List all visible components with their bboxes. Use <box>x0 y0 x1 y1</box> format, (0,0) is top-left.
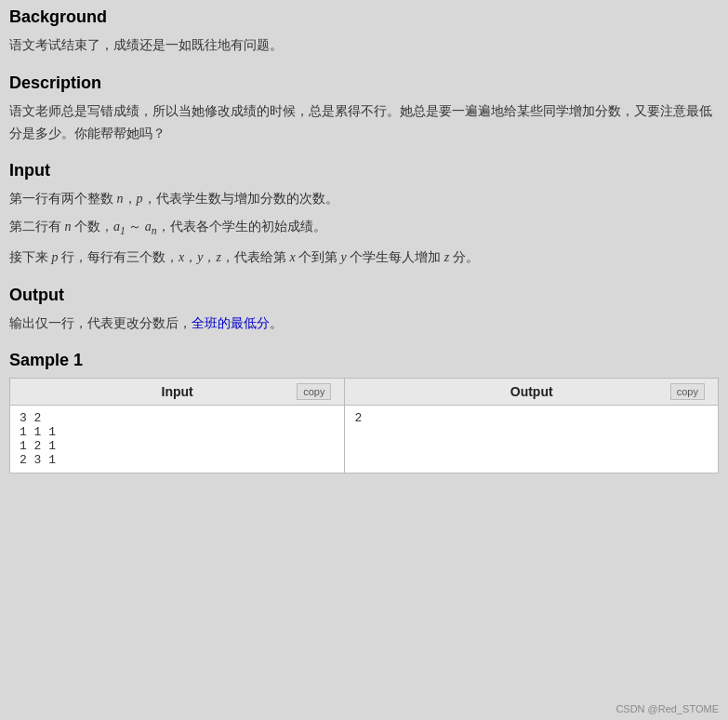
input-copy-button[interactable]: copy <box>297 383 331 400</box>
sample-input-header-label: Input <box>162 384 193 399</box>
sample-table-data-row: 3 2 1 1 1 1 2 1 2 3 1 2 <box>10 406 719 473</box>
output-post: 。 <box>270 316 283 330</box>
input-line3-c1: ， <box>184 250 197 264</box>
input-var-p2: p <box>52 250 59 264</box>
page-container: Background 语文考试结束了，成绩还是一如既往地有问题。 Descrip… <box>0 0 728 492</box>
input-line3-mid2: 个到第 <box>296 250 341 264</box>
sample-input-pre: 3 2 1 1 1 1 2 1 2 3 1 <box>20 411 335 467</box>
input-var-n1: n <box>117 192 124 206</box>
background-body: 语文考试结束了，成绩还是一如既往地有问题。 <box>9 34 719 57</box>
input-line2-post: ，代表各个学生的初始成绩。 <box>157 220 326 233</box>
input-line3-post: ，代表给第 <box>221 250 290 264</box>
input-body: 第一行有两个整数 n，p，代表学生数与增加分数的次数。 第二行有 n 个数，a1… <box>9 188 719 268</box>
input-line1-pre: 第一行有两个整数 <box>9 192 117 206</box>
sample-input-data: 3 2 1 1 1 1 2 1 2 3 1 <box>10 406 345 473</box>
output-title: Output <box>9 286 719 305</box>
input-line1: 第一行有两个整数 n，p，代表学生数与增加分数的次数。 <box>9 188 719 210</box>
input-line2-mid: 个数， <box>72 220 114 233</box>
input-section: Input 第一行有两个整数 n，p，代表学生数与增加分数的次数。 第二行有 n… <box>9 161 719 268</box>
input-var-an: a <box>145 220 152 233</box>
description-body: 语文老师总是写错成绩，所以当她修改成绩的时候，总是累得不行。她总是要一遍遍地给某… <box>9 100 719 145</box>
output-pre: 输出仅一行，代表更改分数后， <box>9 316 192 330</box>
input-tilde: ～ <box>126 220 145 233</box>
input-line1-post: ，代表学生数与增加分数的次数。 <box>143 192 338 206</box>
sample-input-header-cell: Input copy <box>10 379 345 406</box>
input-line3-c2: ， <box>203 250 216 264</box>
background-title: Background <box>9 7 719 27</box>
output-body: 输出仅一行，代表更改分数后，全班的最低分。 <box>9 313 719 335</box>
input-line2: 第二行有 n 个数，a1 ～ an，代表各个学生的初始成绩。 <box>9 216 719 241</box>
input-var-p1: p <box>137 192 143 206</box>
input-title: Input <box>9 161 719 180</box>
sample-output-pre: 2 <box>354 411 708 425</box>
sample1-section: Sample 1 Input copy Output copy <box>9 351 719 473</box>
description-section: Description 语文老师总是写错成绩，所以当她修改成绩的时候，总是累得不… <box>9 73 719 145</box>
sample-table-header-row: Input copy Output copy <box>10 379 719 406</box>
input-line2-pre: 第二行有 <box>9 220 65 233</box>
sample-table: Input copy Output copy 3 2 1 1 <box>9 378 719 473</box>
sample-output-data: 2 <box>345 406 719 473</box>
input-var-n2: n <box>65 220 72 233</box>
sample-output-header-label: Output <box>510 384 553 399</box>
background-section: Background 语文考试结束了，成绩还是一如既往地有问题。 <box>9 7 719 57</box>
background-text: 语文考试结束了，成绩还是一如既往地有问题。 <box>9 34 719 57</box>
input-line3-pre: 接下来 <box>9 250 52 264</box>
output-section: Output 输出仅一行，代表更改分数后，全班的最低分。 <box>9 286 719 335</box>
input-line1-comma: ， <box>124 192 137 206</box>
watermark: CSDN @Red_STOME <box>615 703 719 714</box>
output-copy-button[interactable]: copy <box>670 383 705 400</box>
description-text: 语文老师总是写错成绩，所以当她修改成绩的时候，总是累得不行。她总是要一遍遍地给某… <box>9 100 719 145</box>
sample1-title: Sample 1 <box>9 351 719 370</box>
description-title: Description <box>9 73 719 93</box>
sample-output-header-cell: Output copy <box>345 379 719 406</box>
input-var-a1: a <box>113 220 120 233</box>
output-text: 输出仅一行，代表更改分数后，全班的最低分。 <box>9 313 719 335</box>
output-blue: 全班的最低分 <box>192 316 270 330</box>
input-line3: 接下来 p 行，每行有三个数，x，y，z，代表给第 x 个到第 y 个学生每人增… <box>9 247 719 269</box>
input-line3-mid3: 个学生每人增加 <box>347 250 444 264</box>
input-line3-end: 分。 <box>449 250 479 264</box>
input-line3-mid1: 行，每行有三个数， <box>59 250 179 264</box>
